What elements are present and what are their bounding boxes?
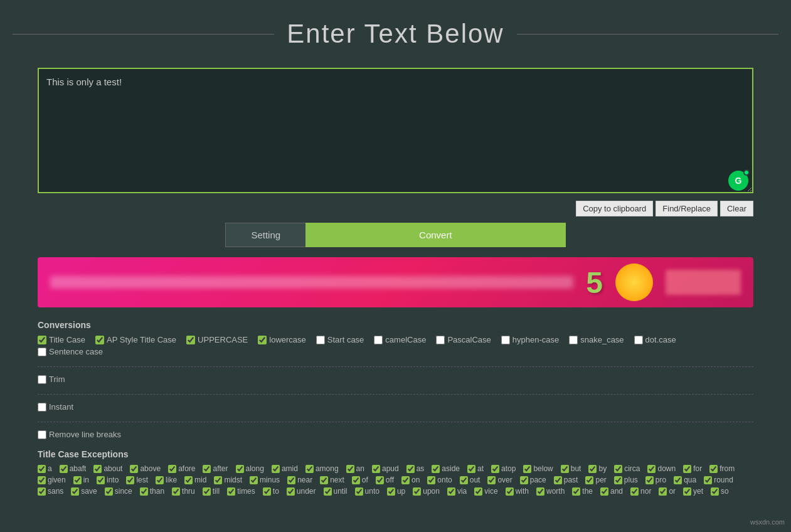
exception-item-amid[interactable]: amid [272, 464, 298, 473]
exception-checkbox-off[interactable] [376, 476, 384, 484]
exception-item-thru[interactable]: thru [172, 487, 195, 496]
exception-checkbox-above[interactable] [130, 465, 138, 473]
grammarly-icon[interactable]: G [728, 171, 748, 191]
exception-checkbox-midst[interactable] [214, 476, 222, 484]
exception-checkbox-from[interactable] [709, 465, 718, 473]
exception-checkbox-after[interactable] [203, 465, 211, 473]
exception-checkbox-near[interactable] [287, 476, 295, 484]
exception-item-on[interactable]: on [401, 476, 420, 484]
exception-checkbox-into[interactable] [97, 476, 105, 484]
exception-checkbox-aside[interactable] [432, 465, 440, 473]
exception-item-at[interactable]: at [467, 464, 484, 473]
exception-item-so[interactable]: so [711, 487, 729, 496]
checkbox-sentence-case[interactable]: Sentence case [38, 347, 103, 356]
checkbox-dot-case-input[interactable] [634, 336, 643, 344]
exception-checkbox-onto[interactable] [427, 476, 435, 484]
exception-checkbox-under[interactable] [287, 487, 295, 496]
copy-clipboard-button[interactable]: Copy to clipboard [576, 201, 653, 216]
exception-item-round[interactable]: round [704, 476, 733, 484]
exception-checkbox-via[interactable] [447, 487, 455, 496]
exception-checkbox-but[interactable] [561, 465, 569, 473]
exception-checkbox-out[interactable] [460, 476, 468, 484]
exception-checkbox-thru[interactable] [172, 487, 180, 496]
exception-item-pace[interactable]: pace [520, 476, 546, 484]
checkbox-dot-case[interactable]: dot.case [634, 335, 676, 344]
checkbox-pascal-case[interactable]: PascalCase [436, 335, 491, 344]
checkbox-hyphen-case[interactable]: hyphen-case [501, 335, 559, 344]
exception-checkbox-down[interactable] [647, 465, 656, 473]
exception-item-near[interactable]: near [287, 476, 312, 484]
exception-checkbox-so[interactable] [711, 487, 719, 496]
exception-checkbox-round[interactable] [704, 476, 712, 484]
exception-item-about[interactable]: about [93, 464, 122, 473]
exception-item-onto[interactable]: onto [427, 476, 452, 484]
exception-item-aside[interactable]: aside [432, 464, 460, 473]
exception-checkbox-afore[interactable] [168, 465, 176, 473]
exception-item-unto[interactable]: unto [355, 487, 380, 496]
checkbox-ap-style[interactable]: AP Style Title Case [95, 335, 176, 344]
checkbox-lowercase[interactable]: lowercase [258, 335, 306, 344]
exception-item-or[interactable]: or [659, 487, 676, 496]
exception-item-than[interactable]: than [140, 487, 164, 496]
exception-item-by[interactable]: by [588, 464, 607, 473]
exception-item-times[interactable]: times [227, 487, 255, 496]
exception-item-as[interactable]: as [406, 464, 425, 473]
exception-item-for[interactable]: for [683, 464, 702, 473]
checkbox-camel-case-input[interactable] [374, 336, 383, 344]
exception-checkbox-till[interactable] [203, 487, 211, 496]
exception-checkbox-to[interactable] [263, 487, 271, 496]
exception-item-in[interactable]: in [73, 476, 89, 484]
checkbox-start-case-input[interactable] [316, 336, 325, 344]
tab-setting[interactable]: Setting [225, 223, 305, 247]
exception-checkbox-like[interactable] [156, 476, 164, 484]
exception-item-below[interactable]: below [523, 464, 553, 473]
exception-item-nor[interactable]: nor [630, 487, 651, 496]
exception-item-afore[interactable]: afore [168, 464, 195, 473]
exception-checkbox-below[interactable] [523, 465, 531, 473]
exception-checkbox-pro[interactable] [645, 476, 654, 484]
exception-item-the[interactable]: the [572, 487, 593, 496]
exception-item-from[interactable]: from [709, 464, 735, 473]
main-text-input[interactable] [38, 68, 753, 193]
exception-item-next[interactable]: next [320, 476, 344, 484]
exception-item-till[interactable]: till [203, 487, 220, 496]
exception-item-off[interactable]: off [376, 476, 394, 484]
exception-item-vice[interactable]: vice [474, 487, 497, 496]
exception-checkbox-until[interactable] [324, 487, 332, 496]
checkbox-sentence-case-input[interactable] [38, 348, 46, 356]
exception-checkbox-worth[interactable] [536, 487, 544, 496]
exception-item-past[interactable]: past [554, 476, 578, 484]
exception-item-and[interactable]: and [600, 487, 623, 496]
exception-checkbox-save[interactable] [71, 487, 79, 496]
trim-checkbox[interactable]: Trim [38, 375, 753, 384]
exception-checkbox-circa[interactable] [614, 465, 622, 473]
exception-item-since[interactable]: since [105, 487, 132, 496]
exception-checkbox-times[interactable] [227, 487, 235, 496]
exception-item-out[interactable]: out [460, 476, 480, 484]
exception-checkbox-lest[interactable] [126, 476, 134, 484]
checkbox-title-case[interactable]: Title Case [38, 335, 85, 344]
exception-item-like[interactable]: like [156, 476, 177, 484]
exception-item-sans[interactable]: sans [38, 487, 63, 496]
exception-checkbox-minus[interactable] [250, 476, 258, 484]
exception-item-plus[interactable]: plus [614, 476, 638, 484]
remove-line-breaks-checkbox-input[interactable] [38, 430, 46, 439]
exception-checkbox-per[interactable] [585, 476, 593, 484]
checkbox-lowercase-input[interactable] [258, 336, 267, 344]
exception-checkbox-upon[interactable] [413, 487, 421, 496]
exception-item-down[interactable]: down [647, 464, 676, 473]
exception-item-atop[interactable]: atop [491, 464, 516, 473]
exception-item-minus[interactable]: minus [250, 476, 280, 484]
tab-convert[interactable]: Convert [305, 223, 566, 247]
checkbox-start-case[interactable]: Start case [316, 335, 364, 344]
clear-button[interactable]: Clear [720, 201, 753, 216]
exception-checkbox-amid[interactable] [272, 465, 280, 473]
find-replace-button[interactable]: Find/Replace [656, 201, 718, 216]
checkbox-snake-case[interactable]: snake_case [569, 335, 624, 344]
exception-checkbox-the[interactable] [572, 487, 580, 496]
checkbox-camel-case[interactable]: camelCase [374, 335, 426, 344]
exception-checkbox-at[interactable] [467, 465, 475, 473]
exception-checkbox-given[interactable] [38, 476, 46, 484]
exception-checkbox-a[interactable] [38, 465, 46, 473]
exception-checkbox-unto[interactable] [355, 487, 363, 496]
